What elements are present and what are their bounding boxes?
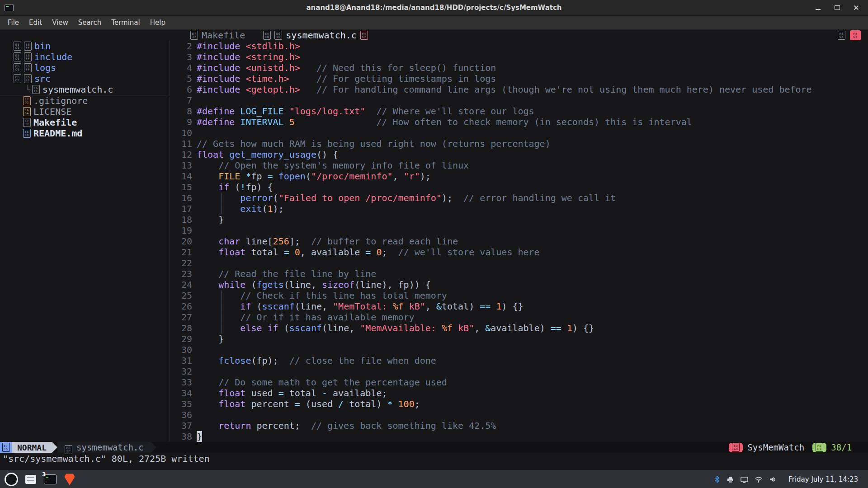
code-area[interactable]: 2#include <stdlib.h>3#include <string.h>…: [170, 41, 868, 442]
code-line-16[interactable]: 16 │ perror("Failed to open /proc/meminf…: [170, 192, 868, 203]
tree-item-include[interactable]: E5C6E5FFinclude: [0, 52, 169, 62]
code-line-30[interactable]: 30: [170, 344, 868, 355]
tree-item-sysmemwatch.c[interactable]: └E61Esysmemwatch.c: [0, 84, 169, 95]
git-icon: E702: [23, 96, 31, 105]
terminal-launcher-icon[interactable]: 3: [43, 474, 57, 485]
code-line-31[interactable]: 31 fclose(fp); // close the file when do…: [170, 355, 868, 366]
code-line-27[interactable]: 27 │ // Or if it has available memory: [170, 312, 868, 323]
menu-view[interactable]: View: [47, 16, 73, 29]
code-line-10[interactable]: 10: [170, 127, 868, 138]
code-line-19[interactable]: 19: [170, 225, 868, 236]
code-line-2[interactable]: 2#include <stdlib.h>: [170, 41, 868, 52]
code-line-21[interactable]: 21 float total = 0, available = 0; // we…: [170, 247, 868, 258]
code-line-28[interactable]: 28 │ else if (sscanf(line, "MemAvailable…: [170, 323, 868, 333]
close-buffer-icon: F467: [360, 31, 368, 40]
window-title: anand18@Anand18:/media/anand18/HDD/proje…: [306, 4, 561, 12]
code-line-7[interactable]: 7: [170, 95, 868, 106]
maximize-button[interactable]: [834, 4, 841, 11]
code-line-29[interactable]: 29 }: [170, 333, 868, 344]
tree-item-logs[interactable]: E5C6E5FFlogs: [0, 62, 169, 73]
printer-icon[interactable]: [726, 476, 734, 483]
taskbar-launchers: 3: [0, 473, 75, 486]
line-number: 25: [170, 290, 192, 301]
tree-item-label: Makefile: [33, 117, 77, 128]
code-line-34[interactable]: 34 float used = total - available;: [170, 388, 868, 399]
close-button[interactable]: [853, 4, 860, 11]
line-number: 7: [170, 95, 192, 106]
code-line-13[interactable]: 13 // Open the system's memory info file…: [170, 160, 868, 171]
statusline: E7C5 NORMAL E61Esysmemwatch.c E0A0 SysMe…: [0, 442, 868, 453]
menu-terminal[interactable]: Terminal: [106, 16, 145, 29]
file-tree: E5C6E5FFbinE5C6E5FFincludeE5C6E5FFlogsE5…: [0, 41, 170, 442]
menu-file[interactable]: File: [3, 16, 24, 29]
display-icon[interactable]: [741, 476, 748, 483]
tree-item-Makefile[interactable]: E737Makefile: [0, 117, 169, 128]
code-line-14[interactable]: 14 FILE *fp = fopen("/proc/meminfo", "r"…: [170, 171, 868, 182]
tree-item-label: LICENSE: [33, 106, 71, 117]
code-line-9[interactable]: 9#define INTERVAL 5 // How often to chec…: [170, 117, 868, 127]
bluetooth-icon[interactable]: [714, 476, 720, 483]
tree-item-gitignore[interactable]: E702.gitignore: [0, 95, 169, 106]
makefile-icon: E737: [190, 31, 198, 40]
tab-label: sysmemwatch.c: [286, 30, 357, 41]
code-line-26[interactable]: 26 │ if (sscanf(line, "MemTotal: %f kB",…: [170, 301, 868, 312]
code-line-8[interactable]: 8#define LOG_FILE "logs/log.txt" // Wher…: [170, 106, 868, 117]
app-menu-icon[interactable]: [5, 473, 18, 486]
line-number: 26: [170, 301, 192, 312]
code-line-23[interactable]: 23 // Read the file line by line: [170, 268, 868, 279]
menu-search[interactable]: Search: [73, 16, 107, 29]
minimize-button[interactable]: [815, 4, 822, 11]
tree-item-bin[interactable]: E5C6E5FFbin: [0, 41, 169, 52]
menu-help[interactable]: Help: [145, 16, 170, 29]
tree-item-LICENSE[interactable]: E60ALICENSE: [0, 106, 169, 117]
code-line-18[interactable]: 18 }: [170, 214, 868, 225]
folder-icon: E5FF: [24, 52, 32, 61]
powerline-separator: [151, 442, 156, 453]
line-number: 17: [170, 203, 192, 214]
code-line-4[interactable]: 4#include <unistd.h> // Need this for sl…: [170, 62, 868, 73]
code-line-17[interactable]: 17 │ exit(1);: [170, 203, 868, 214]
tab-Makefile[interactable]: E737Makefile: [190, 30, 254, 41]
cursor-position: 38/1: [831, 442, 852, 452]
code-line-33[interactable]: 33 // Do some math to get the percentage…: [170, 377, 868, 388]
tree-item-label: sysmemwatch.c: [42, 84, 113, 95]
code-line-24[interactable]: 24 while (fgets(line, sizeof(line), fp))…: [170, 279, 868, 290]
line-number: 5: [170, 73, 192, 84]
cursor-position-badge: F0C9: [812, 443, 826, 452]
line-number: 8: [170, 106, 192, 117]
buffer-tabline: E737MakefileE0BBE61Esysmemwatch.cF467 F8…: [170, 30, 868, 41]
code-line-37[interactable]: 37 return percent; // gives back somethi…: [170, 420, 868, 431]
chevron-icon: E5C6: [14, 52, 21, 61]
line-number: 19: [170, 225, 192, 236]
terminal-filler: [0, 465, 868, 470]
chevron-down-icon: E5C7: [14, 74, 21, 83]
line-number: 32: [170, 366, 192, 377]
line-number: 13: [170, 160, 192, 171]
code-line-5[interactable]: 5#include <time.h> // For getting timest…: [170, 73, 868, 84]
code-line-22[interactable]: 22: [170, 258, 868, 268]
tree-item-README.md[interactable]: E609README.md: [0, 128, 169, 139]
code-line-25[interactable]: 25 │ // Check if this line has total mem…: [170, 290, 868, 301]
file-manager-icon[interactable]: [25, 475, 36, 484]
wifi-icon[interactable]: [755, 476, 763, 483]
code-line-32[interactable]: 32: [170, 366, 868, 377]
code-line-12[interactable]: 12float get_memory_usage() {: [170, 149, 868, 160]
brave-browser-icon[interactable]: [64, 474, 75, 485]
code-line-38[interactable]: 38}: [170, 431, 868, 442]
volume-icon[interactable]: [769, 476, 777, 483]
tree-item-src[interactable]: E5C7E5FEsrc: [0, 73, 169, 84]
clock[interactable]: Friday July 11, 14:23: [788, 475, 858, 483]
menu-edit[interactable]: Edit: [24, 16, 47, 29]
line-number: 35: [170, 399, 192, 409]
code-line-20[interactable]: 20 char line[256]; // buffer to read eac…: [170, 236, 868, 247]
line-number: 20: [170, 236, 192, 247]
code-line-35[interactable]: 35 float percent = (used / total) * 100;: [170, 399, 868, 409]
vim-mode-label: NORMAL: [17, 443, 47, 452]
code-line-15[interactable]: 15 if (!fp) {: [170, 182, 868, 192]
tab-sysmemwatch.c[interactable]: E0BBE61Esysmemwatch.cF467: [254, 30, 377, 41]
code-line-36[interactable]: 36: [170, 409, 868, 420]
code-line-6[interactable]: 6#include <getopt.h> // For handling com…: [170, 84, 868, 95]
code-line-11[interactable]: 11// Gets how much RAM is being used rig…: [170, 138, 868, 149]
line-number: 27: [170, 312, 192, 323]
code-line-3[interactable]: 3#include <string.h>: [170, 52, 868, 62]
